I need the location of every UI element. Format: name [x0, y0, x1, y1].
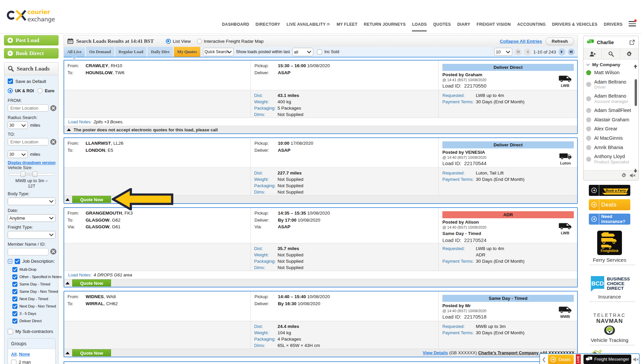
quick-search-select[interactable]: Quick Search — [203, 48, 234, 56]
slider-handle-min[interactable] — [20, 171, 25, 177]
job-checkbox-next-day-non-timed[interactable] — [12, 304, 17, 309]
contact-adam-beltrano[interactable]: Adam BeltranoAccount manager — [586, 93, 634, 104]
euro-radio[interactable] — [37, 88, 42, 93]
mute-icon[interactable] — [633, 357, 639, 362]
job-checkbox-same-day-non-timed[interactable] — [12, 289, 17, 294]
vehicle-size-slider[interactable] — [8, 172, 55, 176]
posted-within-select[interactable]: all — [292, 48, 313, 56]
collapse-triangle-icon[interactable] — [67, 128, 71, 131]
add-contact-button[interactable] — [583, 49, 602, 59]
nav-directory[interactable]: DIRECTORY — [255, 22, 280, 27]
clear-to-icon[interactable] — [50, 139, 57, 145]
job-description-checkbox[interactable] — [15, 259, 20, 264]
group-2man-checkbox[interactable] — [11, 360, 16, 364]
contact-amrik-bhania[interactable]: Amrik Bhania — [586, 145, 634, 150]
clear-member-icon[interactable] — [50, 248, 57, 255]
tab-on-demand[interactable]: On Demand — [86, 47, 114, 57]
freight-type-select[interactable] — [8, 231, 56, 239]
view-details-link[interactable]: View Details — [423, 350, 448, 355]
nav-return-journeys[interactable]: RETURN JOURNEYS — [364, 22, 406, 27]
nav-diary[interactable]: DIARY — [457, 22, 470, 27]
tab-all-live[interactable]: All Live — [64, 47, 85, 57]
contact-alastair-graham[interactable]: Alastair Graham — [586, 117, 634, 123]
book-a-ferry-button[interactable]: Book a Ferry — [589, 185, 630, 196]
tab-my-quotes[interactable]: My Quotes — [174, 47, 200, 57]
page-size-select[interactable]: 10 — [494, 48, 512, 56]
teletrac-sponsor[interactable]: TELETRAC NAVMAN Vehicle Tracking — [589, 313, 630, 345]
contact-anthony-lloyd[interactable]: Anthony LloydProduct Specialist — [586, 154, 634, 164]
job-checkbox-3-5-days[interactable] — [12, 311, 17, 316]
prev-page-button[interactable] — [524, 48, 531, 55]
collapse-minus-icon[interactable] — [8, 259, 12, 264]
from-location-input[interactable] — [8, 104, 48, 112]
quote-now-button[interactable]: Quote Now — [72, 349, 111, 356]
nav-loads[interactable]: LOADS — [412, 22, 427, 27]
clear-from-icon[interactable] — [50, 105, 57, 111]
job-checkbox-same-day-timed[interactable] — [12, 282, 17, 287]
post-load-button[interactable]: Post Load — [4, 35, 59, 45]
tab-regular-load[interactable]: Regular Load — [115, 47, 147, 57]
chat-scrollbar[interactable] — [634, 69, 638, 170]
popout-icon[interactable] — [629, 39, 635, 45]
collapse-triangle-icon[interactable] — [66, 282, 70, 284]
deals-button[interactable]: Deals — [589, 199, 630, 210]
inc-sold-checkbox[interactable] — [317, 49, 322, 54]
date-select[interactable]: Anytime — [8, 214, 56, 222]
last-page-button[interactable] — [568, 48, 575, 55]
collapse-widget-chevron[interactable]: ❮ — [542, 357, 546, 362]
float-deals-button[interactable]: Deals — [548, 355, 574, 364]
nav-accounting[interactable]: ACCOUNTING — [517, 22, 546, 27]
nav-dashboard[interactable]: DASHBOARD — [222, 22, 249, 27]
body-type-select[interactable] — [8, 198, 56, 205]
member-input[interactable] — [8, 248, 48, 255]
collapse-all-link[interactable]: Collapse All Entries — [500, 39, 542, 44]
freight-messenger-button[interactable]: Freight Messenger — [583, 355, 631, 364]
hamburger-menu-icon[interactable] — [629, 21, 636, 27]
nav-freight-vision[interactable]: FREIGHT VISION — [476, 22, 511, 27]
nav-quotes[interactable]: QUOTES — [433, 22, 451, 27]
refresh-button[interactable]: Refresh — [545, 37, 574, 45]
quote-now-button[interactable]: Quote Now — [72, 196, 111, 203]
chat-settings-button[interactable] — [620, 49, 638, 59]
courier-exchange-logo[interactable]: courier exchange — [7, 8, 60, 23]
job-checkbox-other-specified-in-notes[interactable] — [12, 274, 17, 279]
display-dropdown-link[interactable]: Display dropdown version — [8, 160, 56, 165]
subcontractors-checkbox[interactable] — [8, 329, 13, 334]
chat-mute-icon[interactable] — [630, 173, 636, 178]
list-view-radio[interactable] — [166, 39, 171, 44]
nav-live-availability[interactable]: LIVE AVAILABILITY⟳ — [287, 22, 330, 27]
nav-drivers[interactable]: DRIVERS — [604, 22, 623, 27]
uk-roi-radio[interactable] — [8, 88, 13, 93]
job-checkbox-next-day-timed[interactable] — [12, 296, 17, 301]
map-view-radio[interactable] — [197, 39, 202, 44]
nav-drivers-vehicles[interactable]: DRIVERS & VEHICLES — [552, 22, 598, 27]
to-radius-select[interactable]: 30 — [8, 150, 28, 158]
slider-handle-max[interactable] — [32, 171, 37, 177]
chat-group-row[interactable]: My Company — [583, 59, 638, 69]
need-insurance-button[interactable]: Needinsurance? — [589, 214, 630, 225]
job-checkbox-deliver-direct[interactable] — [12, 319, 17, 324]
tab-daily-hire[interactable]: Daily Hire — [147, 47, 173, 57]
bcd-sponsor[interactable]: BCD BUSINESS CHOICE DIRECT Insurance — [589, 276, 630, 302]
next-page-button[interactable] — [558, 48, 565, 55]
groups-all-link[interactable]: All — [11, 352, 17, 357]
chat-footer-settings-icon[interactable] — [621, 173, 627, 178]
contact-matt-wilson[interactable]: Matt Wilson — [586, 70, 634, 76]
contact-adam-beltrano[interactable]: Adam BeltranoDriver — [586, 79, 634, 90]
contact-al-macginnis[interactable]: Al MacGinnis — [586, 135, 634, 141]
nav-my-fleet[interactable]: MY FLEET — [337, 22, 357, 27]
search-contacts-button[interactable] — [602, 49, 620, 59]
to-location-input[interactable] — [8, 138, 48, 145]
freightlink-sponsor[interactable]: Freightlink Ferry Services — [589, 231, 630, 265]
quote-now-button[interactable]: Quote Now — [72, 279, 111, 286]
collapse-triangle-icon[interactable] — [66, 198, 70, 201]
first-page-button[interactable] — [515, 48, 522, 55]
book-direct-button[interactable]: Book Direct — [4, 48, 59, 58]
save-default-checkbox[interactable] — [8, 79, 13, 84]
scroll-up-icon[interactable] — [634, 65, 637, 69]
scroll-down-icon[interactable] — [634, 169, 637, 173]
groups-none-link[interactable]: None — [19, 352, 30, 357]
job-checkbox-multi-drop[interactable] — [12, 267, 17, 272]
contact-alex-grear[interactable]: Alex Grear — [586, 126, 634, 132]
collapse-triangle-icon[interactable] — [66, 352, 70, 354]
